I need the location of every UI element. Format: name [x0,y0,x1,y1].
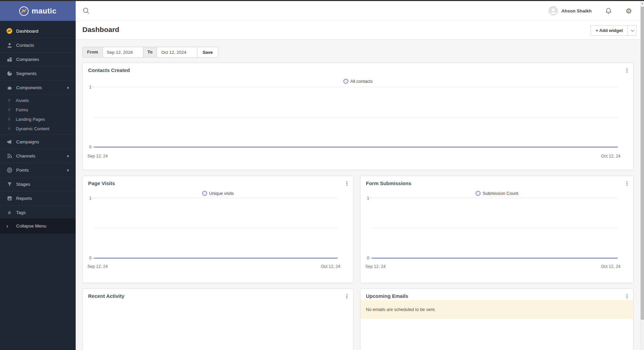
settings-gear-icon[interactable]: ⚙ [626,7,632,14]
sidebar: mautic Dashboard Contacts Companies Se [0,1,76,350]
date-to-input[interactable] [157,47,197,57]
y-axis-tick: 1 [361,196,369,201]
widget-contacts-created: Contacts Created All contacts 1 0 Sep 12… [82,63,634,170]
sidebar-item-stages[interactable]: Stages [0,177,76,191]
axis-tick-mark [91,258,94,258]
gridline [372,198,618,198]
tags-icon: # [6,210,12,216]
bullet-icon [8,99,10,102]
widget-page-visits: Page Visits Unique visits 1 0 Sep 12, 24… [82,176,353,283]
sidebar-item-dashboard[interactable]: Dashboard [0,24,76,38]
save-button[interactable]: Save [197,47,218,57]
sidebar-item-dynamic-content[interactable]: Dynamic Content [0,124,76,133]
channels-icon [6,153,12,159]
sidebar-subitem-label: Assets [16,98,29,103]
widget-recent-activity: Recent Activity [82,288,353,350]
legend-point-icon [343,79,348,84]
y-axis-tick: 0 [83,256,91,260]
x-axis-tick: Sep 12, 24 [87,154,108,159]
scrollbar-thumb[interactable] [641,7,644,320]
segments-icon [6,71,12,77]
sidebar-item-reports[interactable]: Reports [0,191,76,205]
scrollbar-up-arrow[interactable]: ▲ [641,2,644,4]
sidebar-item-label: Points [16,168,29,173]
to-label: To [143,47,157,57]
components-submenu: Assets Forms Landing Pages Dynamic Conte… [0,95,76,135]
axis-tick-mark [91,87,94,87]
sidebar-item-landing-pages[interactable]: Landing Pages [0,114,76,124]
user-name[interactable]: Ahson Shaikh [561,8,592,13]
sidebar-item-tags[interactable]: # Tags [0,205,76,219]
add-widget-button[interactable]: + Add widget [591,25,628,36]
chart-legend[interactable]: Unique visits [83,191,353,196]
sidebar-item-label: Segments [16,71,37,76]
from-label: From [83,47,103,57]
mautic-logo-text: mautic [32,7,56,15]
chart-legend[interactable]: All contacts [83,79,633,84]
sidebar-item-label: Dashboard [16,29,38,34]
y-axis-tick: 0 [361,256,369,260]
axis-tick-mark [369,198,372,198]
x-axis-tick: Sep 12, 24 [365,264,385,269]
sidebar-item-assets[interactable]: Assets [0,96,76,105]
chart-line-submission-count [372,258,618,258]
gridline [94,228,338,229]
sidebar-item-campaigns[interactable]: Campaigns [0,135,76,149]
mautic-logo[interactable]: mautic [0,1,76,21]
widget-upcoming-emails: Upcoming Emails No emails are scheduled … [360,288,634,350]
sidebar-subitem-label: Landing Pages [16,117,45,122]
page-header: Dashboard + Add widget [76,21,640,40]
sidebar-item-contacts[interactable]: Contacts [0,38,76,52]
y-axis-tick: 0 [83,145,91,149]
add-widget-dropdown-button[interactable] [628,25,637,36]
reports-icon [6,196,12,202]
search-icon[interactable] [82,7,90,14]
add-widget-group: + Add widget [591,25,637,36]
widget-menu-icon[interactable] [626,293,628,299]
x-axis-tick: Oct 12, 24 [321,264,340,269]
widget-title: Upcoming Emails [366,293,408,299]
widget-menu-icon[interactable] [346,293,348,299]
sidebar-item-forms[interactable]: Forms [0,105,76,114]
sidebar-item-channels[interactable]: Channels [0,149,76,163]
dashboard-content: From To Save Contacts Created All contac… [76,40,640,350]
window-top-edge [0,0,644,1]
legend-point-icon [202,191,207,196]
no-emails-alert: No emails are scheduled to be sent. [361,300,633,319]
user-cluster: Ahson Shaikh ⚙ [548,1,632,21]
widget-menu-icon[interactable] [626,68,628,73]
widget-title: Recent Activity [88,293,124,299]
avatar[interactable] [548,6,558,15]
axis-tick-mark [369,258,372,258]
sidebar-item-segments[interactable]: Segments [0,66,76,80]
sidebar-item-companies[interactable]: Companies [0,52,76,66]
date-range-filter: From To Save [82,47,218,58]
chart-legend[interactable]: Submission Count [361,191,633,196]
legend-label: Unique visits [209,191,234,196]
gridline [94,198,338,198]
notifications-bell-icon[interactable] [605,7,612,14]
widget-menu-icon[interactable] [346,181,348,186]
widget-menu-icon[interactable] [626,181,628,186]
companies-icon [6,57,12,63]
points-icon [6,167,12,173]
sidebar-item-components[interactable]: Components [0,80,76,95]
x-axis-tick: Oct 12, 24 [601,264,620,269]
collapse-menu-button[interactable]: ‹ Collapse Menu [0,218,76,234]
sidebar-item-points[interactable]: Points [0,163,76,177]
sidebar-item-label: Reports [16,196,32,201]
date-from-input[interactable] [103,47,143,57]
chevron-down-icon [631,28,634,32]
chevron-right-icon [67,169,70,172]
alert-message: No emails are scheduled to be sent. [366,307,435,312]
widget-title: Form Submissions [366,180,411,186]
bullet-icon [8,118,10,120]
vertical-scrollbar[interactable]: ▲ [640,1,644,350]
sidebar-item-label: Channels [16,153,35,159]
bullet-icon [8,108,10,111]
legend-point-icon [476,191,481,196]
sidebar-item-label: Tags [16,210,26,215]
contacts-icon [6,42,12,48]
bullet-icon [8,127,10,130]
sidebar-item-label: Components [16,85,42,90]
